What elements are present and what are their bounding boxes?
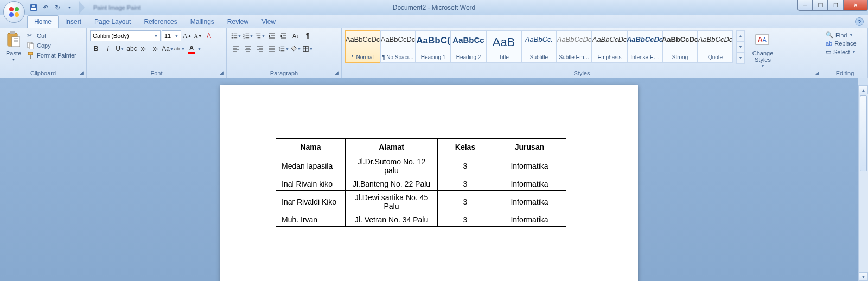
style--no-spaci-[interactable]: AaBbCcDc¶ No Spaci… [380, 30, 416, 63]
style-strong[interactable]: AaBbCcDcStrong [662, 30, 698, 63]
document-table[interactable]: NamaAlamatKelasJurusan Medan lapasilaJl.… [276, 138, 566, 227]
table-cell[interactable]: 3 [438, 213, 493, 227]
help-icon[interactable]: ? [855, 17, 864, 26]
change-case-button[interactable]: Aa▼ [162, 43, 174, 54]
table-header[interactable]: Jurusan [493, 139, 566, 155]
document-area[interactable]: NamaAlamatKelasJurusan Medan lapasilaJl.… [0, 78, 858, 281]
vertical-scrollbar[interactable]: – ▲ ▼ [858, 78, 868, 281]
scroll-up-button[interactable]: ▲ [859, 86, 868, 94]
italic-button[interactable]: I [102, 43, 114, 54]
table-cell[interactable]: 3 [438, 155, 493, 177]
style-heading-1[interactable]: AaBbC(Heading 1 [416, 30, 451, 63]
styles-scroll-up[interactable]: ▲ [737, 31, 744, 42]
table-row[interactable]: Medan lapasilaJl.Dr.Sutomo No. 12 palu3I… [276, 155, 566, 177]
office-button[interactable] [3, 1, 25, 23]
sort-button[interactable]: A↓ [290, 30, 302, 41]
save-icon[interactable] [29, 3, 38, 12]
maximize-button[interactable]: ☐ [828, 0, 843, 11]
font-size-combo[interactable]: 11▼ [162, 30, 181, 41]
multilevel-list-button[interactable]: ▼ [254, 30, 266, 41]
redo-icon[interactable]: ↻ [53, 3, 62, 12]
style-title[interactable]: AaBTitle [486, 30, 521, 63]
replace-button[interactable]: abReplace [826, 40, 857, 47]
align-left-button[interactable] [230, 43, 242, 54]
bold-button[interactable]: B [90, 43, 102, 54]
align-center-button[interactable] [242, 43, 254, 54]
select-button[interactable]: ▭Select▼ [826, 48, 857, 55]
style-emphasis[interactable]: AaBbCcDcEmphasis [592, 30, 627, 63]
table-cell[interactable]: Medan lapasila [276, 155, 346, 177]
change-styles-button[interactable]: AA Change Styles ▼ [749, 30, 776, 68]
numbering-button[interactable]: 123▼ [242, 30, 254, 41]
table-header[interactable]: Kelas [438, 139, 493, 155]
table-row[interactable]: Inal Rivain kikoJl.Banteng No. 22 Palu3I… [276, 177, 566, 191]
style-subtitle[interactable]: AaBbCc.Subtitle [521, 30, 557, 63]
copy-button[interactable]: Copy [26, 41, 78, 50]
close-button[interactable]: ✕ [843, 0, 868, 11]
table-cell[interactable]: Informatika [493, 155, 566, 177]
line-spacing-button[interactable]: ▼ [278, 43, 290, 54]
cut-button[interactable]: ✂Cut [26, 31, 78, 40]
justify-button[interactable] [266, 43, 278, 54]
table-cell[interactable]: Jl.Dr.Sutomo No. 12 palu [346, 155, 438, 177]
show-marks-button[interactable]: ¶ [302, 30, 314, 41]
table-cell[interactable]: 3 [438, 191, 493, 213]
tab-review[interactable]: Review [221, 16, 255, 28]
restore-button[interactable]: ❐ [813, 0, 828, 11]
borders-button[interactable]: ▼ [302, 43, 314, 54]
tab-insert[interactable]: Insert [59, 16, 88, 28]
table-cell[interactable]: Informatika [493, 213, 566, 227]
bullets-button[interactable]: ▼ [230, 30, 242, 41]
undo-icon[interactable]: ↶ [41, 3, 50, 12]
chevron-down-icon[interactable]: ▼ [197, 47, 201, 51]
styles-dialog-launcher[interactable]: ◢ [813, 69, 821, 76]
qat-dropdown-icon[interactable]: ▼ [65, 3, 74, 12]
table-row[interactable]: Muh. IrvanJl. Vetran No. 34 Palu3Informa… [276, 213, 566, 227]
font-name-combo[interactable]: Calibri (Body)▼ [90, 30, 161, 41]
table-cell[interactable]: Jl.Dewi sartika No. 45 Palu [346, 191, 438, 213]
table-cell[interactable]: Jl.Banteng No. 22 Palu [346, 177, 438, 191]
table-header[interactable]: Nama [276, 139, 346, 155]
style--normal[interactable]: AaBbCcDc¶ Normal [345, 30, 380, 63]
table-cell[interactable]: Inar Rivaldi Kiko [276, 191, 346, 213]
styles-expand[interactable]: ▾ [737, 53, 744, 63]
paragraph-dialog-launcher[interactable]: ◢ [333, 69, 340, 76]
page[interactable]: NamaAlamatKelasJurusan Medan lapasilaJl.… [220, 85, 638, 281]
tab-mailings[interactable]: Mailings [184, 16, 221, 28]
subscript-button[interactable]: x2 [138, 43, 150, 54]
table-cell[interactable]: Muh. Irvan [276, 213, 346, 227]
font-color-button[interactable]: A [186, 43, 197, 54]
scroll-thumb[interactable] [860, 95, 867, 171]
style-heading-2[interactable]: AaBbCcHeading 2 [451, 30, 486, 63]
style-subtle-em-[interactable]: AaBbCcDcSubtle Em… [557, 30, 592, 63]
increase-indent-button[interactable] [278, 30, 290, 41]
styles-gallery[interactable]: AaBbCcDc¶ NormalAaBbCcDc¶ No Spaci…AaBbC… [345, 30, 733, 68]
grow-font-button[interactable]: A▲ [182, 30, 192, 41]
style-intense-e-[interactable]: AaBbCcDcIntense E… [627, 30, 662, 63]
clipboard-dialog-launcher[interactable]: ◢ [78, 69, 85, 76]
tab-page-layout[interactable]: Page Layout [88, 16, 137, 28]
tab-home[interactable]: Home [27, 15, 59, 28]
split-handle[interactable]: – [858, 78, 868, 86]
style-quote[interactable]: AaBbCcDcQuote [698, 30, 733, 63]
strikethrough-button[interactable]: abc [126, 43, 138, 54]
superscript-button[interactable]: x2 [150, 43, 162, 54]
table-header[interactable]: Alamat [346, 139, 438, 155]
scroll-down-button[interactable]: ▼ [859, 272, 868, 281]
styles-scroll-down[interactable]: ▼ [737, 42, 744, 53]
align-right-button[interactable] [254, 43, 266, 54]
font-dialog-launcher[interactable]: ◢ [218, 69, 225, 76]
tab-view[interactable]: View [255, 16, 282, 28]
table-cell[interactable]: Informatika [493, 191, 566, 213]
shading-button[interactable]: ▼ [290, 43, 302, 54]
underline-button[interactable]: U▼ [114, 43, 126, 54]
table-cell[interactable]: 3 [438, 177, 493, 191]
tab-references[interactable]: References [137, 16, 183, 28]
paste-button[interactable]: Paste ▼ [3, 30, 24, 61]
minimize-button[interactable]: ─ [797, 0, 813, 11]
table-cell[interactable]: Informatika [493, 177, 566, 191]
highlight-button[interactable]: ab▼ [174, 43, 186, 54]
decrease-indent-button[interactable] [266, 30, 278, 41]
table-cell[interactable]: Jl. Vetran No. 34 Palu [346, 213, 438, 227]
shrink-font-button[interactable]: A▼ [193, 30, 203, 41]
